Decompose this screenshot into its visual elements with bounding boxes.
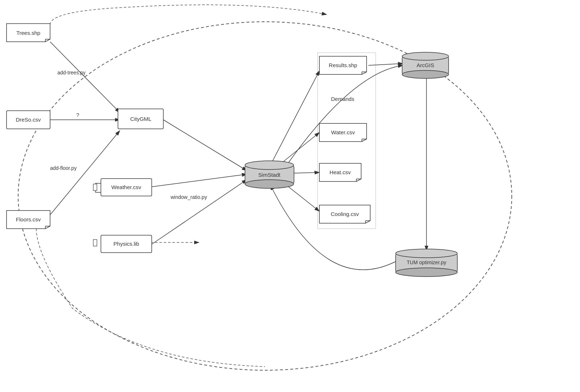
trees-shp-text: Trees.shp: [16, 30, 40, 36]
demands-label: Demands: [331, 96, 354, 102]
physics-text: Physics.lib: [114, 241, 139, 247]
floors-text: Floors.csv: [16, 216, 41, 222]
dashed-top-arrow: [50, 5, 327, 25]
label-add-floor: add-floor.py: [50, 165, 77, 171]
diagram-svg: add-trees.py ? add-floor.py window_ratio…: [0, 0, 580, 392]
dreso-text: DreSo.csv: [16, 117, 41, 123]
arrow-tum-simstadt: [270, 185, 397, 270]
label-window-ratio: window_ratio.py: [170, 194, 207, 200]
weather-text: Weather.csv: [111, 184, 142, 190]
arrow-floors-citygml: [50, 131, 120, 215]
citygml-text: CityGML: [130, 116, 151, 122]
water-text: Water.csv: [331, 129, 355, 135]
tum-top: [396, 249, 457, 258]
label-question: ?: [76, 112, 79, 118]
arcgis-label: ArcGIS: [417, 62, 434, 68]
simstadt-top: [245, 161, 294, 170]
arrow-citygml-simstadt: [163, 120, 247, 171]
arcgis-top: [402, 52, 449, 60]
arrow-results-arcgis: [368, 64, 403, 65]
heat-text: Heat.csv: [330, 169, 351, 175]
arrow-weather-simstadt: [151, 174, 247, 187]
cooling-text: Cooling.csv: [331, 211, 359, 217]
arrow-simstadt-heat: [294, 172, 319, 173]
arcgis-bottom: [402, 70, 449, 78]
arrow-simstadt-arcgis: [287, 65, 403, 165]
tum-bottom: [396, 268, 457, 277]
weather-connector-left: [93, 184, 97, 191]
label-add-trees: add-trees.py: [57, 70, 86, 75]
arrow-physics-simstadt: [151, 180, 247, 245]
results-text: Results.shp: [329, 62, 357, 68]
diagram-container: add-trees.py ? add-floor.py window_ratio…: [0, 0, 580, 392]
arrow-trees-citygml: [50, 42, 120, 113]
physics-connector-left: [93, 240, 97, 246]
arrow-simstadt-results: [270, 71, 319, 165]
tum-label: TUM optimizer.py: [407, 260, 446, 265]
simstadt-bottom: [245, 180, 294, 188]
simstadt-label: SimStadt: [258, 172, 281, 178]
